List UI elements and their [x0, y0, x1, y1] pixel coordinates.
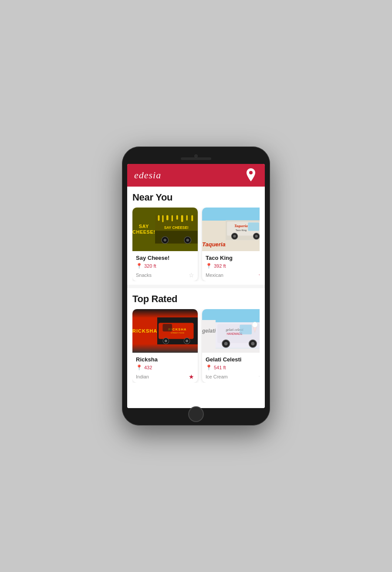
gelati-name: Gelati Celesti	[206, 356, 260, 363]
svg-point-13	[164, 238, 167, 242]
gelati-bottom: Ice Cream ☆	[206, 373, 260, 380]
svg-rect-6	[172, 215, 173, 221]
svg-point-25	[255, 235, 257, 238]
ricksha-pin-icon: 📍	[136, 364, 142, 371]
taco-king-distance-row: 📍 392 ft	[206, 263, 260, 269]
say-cheese-name: Say Cheese!	[136, 255, 194, 261]
top-rated-cards: RICKSHA STREET FOOD	[132, 309, 260, 383]
svg-rect-7	[176, 215, 178, 219]
phone-top-bar	[127, 152, 265, 164]
svg-text:Taco King: Taco King	[235, 229, 246, 232]
phone-screen: edesia Near You	[127, 164, 265, 408]
camera-dot	[194, 154, 198, 158]
phone-device: edesia Near You	[122, 146, 270, 426]
location-marker-icon	[245, 168, 257, 182]
taco-king-star-icon[interactable]: ★	[258, 272, 260, 279]
gelati-category: Ice Cream	[206, 374, 228, 379]
svg-text:Taqueria: Taqueria	[234, 224, 248, 228]
taco-king-info: Taco King 📍 392 ft Mexican ★	[202, 251, 260, 281]
card-say-cheese[interactable]: SAY CHEESE! Say Cheese! 📍	[132, 208, 198, 281]
card-gelati[interactable]: gelati celesti HANDMADE	[202, 309, 260, 383]
ricksha-image: RICKSHA STREET FOOD	[132, 309, 198, 353]
say-cheese-truck-svg: SAY CHEESE!	[155, 208, 198, 251]
taco-king-name: Taco King	[206, 255, 260, 261]
svg-point-50	[251, 342, 255, 345]
taco-king-distance: 392 ft	[214, 263, 226, 269]
ricksha-truck-svg: RICKSHA STREET FOOD	[157, 309, 198, 353]
ricksha-name: Ricksha	[136, 356, 194, 363]
taco-king-category: Mexican	[206, 272, 223, 278]
svg-point-45	[252, 322, 258, 327]
near-you-title: Near You	[132, 192, 260, 203]
taco-king-bottom: Mexican ★	[206, 272, 260, 279]
say-cheese-pin-icon: 📍	[136, 263, 142, 269]
svg-rect-3	[158, 215, 160, 221]
gelati-truck-svg: gelati celesti HANDMADE	[216, 309, 260, 353]
svg-point-15	[186, 238, 189, 242]
gelati-distance-row: 📍 541 ft	[206, 364, 260, 371]
gelati-image: gelati celesti HANDMADE	[202, 309, 260, 353]
phone-bottom-bar	[127, 408, 265, 420]
gelati-pin-icon: 📍	[206, 364, 212, 371]
svg-point-48	[224, 342, 228, 345]
svg-text:SAY CHEESE!: SAY CHEESE!	[164, 225, 189, 230]
top-rated-title: Top Rated	[132, 293, 260, 305]
section-divider	[127, 285, 265, 288]
svg-point-38	[186, 340, 188, 342]
svg-rect-21	[248, 222, 259, 231]
svg-point-23	[233, 235, 236, 238]
say-cheese-distance: 320 ft	[144, 263, 156, 269]
card-taco-king[interactable]: Taqueria Taco King	[202, 208, 260, 281]
near-you-section: Near You	[127, 187, 265, 285]
taco-king-image: Taqueria Taco King	[202, 208, 260, 251]
gelati-star-icon[interactable]: ☆	[258, 373, 260, 380]
card-ricksha[interactable]: RICKSHA STREET FOOD	[132, 309, 198, 383]
svg-rect-46	[240, 325, 252, 334]
app-content: Near You	[127, 187, 265, 408]
svg-point-36	[165, 340, 167, 342]
svg-rect-9	[186, 215, 188, 220]
ricksha-distance: 432	[144, 365, 152, 370]
phone-home-button[interactable]	[188, 406, 204, 422]
svg-rect-10	[192, 215, 193, 221]
say-cheese-info: Say Cheese! 📍 320 ft Snacks ☆	[132, 251, 198, 281]
svg-rect-8	[181, 215, 183, 222]
svg-rect-2	[155, 231, 198, 243]
say-cheese-category: Snacks	[136, 272, 152, 278]
top-rated-section: Top Rated RICKSHA STREET FOOD	[127, 288, 265, 386]
gelati-distance: 541 ft	[214, 365, 226, 370]
svg-rect-5	[166, 215, 169, 220]
gelati-info: Gelati Celesti 📍 541 ft Ice Cream ☆	[202, 353, 260, 383]
app-header: edesia	[127, 164, 265, 187]
near-you-cards: SAY CHEESE! Say Cheese! 📍	[132, 208, 260, 281]
ricksha-category: Indian	[136, 374, 149, 379]
svg-rect-4	[162, 215, 164, 222]
taco-king-truck-svg: Taqueria Taco King	[226, 208, 260, 248]
svg-point-0	[249, 171, 253, 174]
say-cheese-star-icon[interactable]: ☆	[189, 272, 194, 279]
app-logo: edesia	[134, 170, 161, 181]
say-cheese-distance-row: 📍 320 ft	[136, 263, 194, 269]
svg-text:STREET FOOD: STREET FOOD	[171, 332, 184, 334]
ricksha-distance-row: 📍 432	[136, 364, 194, 371]
say-cheese-image: SAY CHEESE!	[132, 208, 198, 251]
taco-king-pin-icon: 📍	[206, 263, 212, 269]
ricksha-star-icon[interactable]: ★	[189, 373, 194, 380]
ricksha-info: Ricksha 📍 432 Indian ★	[132, 353, 198, 383]
location-button[interactable]	[244, 168, 258, 182]
ricksha-bottom: Indian ★	[136, 373, 194, 380]
svg-rect-34	[163, 324, 172, 331]
say-cheese-bottom: Snacks ☆	[136, 272, 194, 279]
